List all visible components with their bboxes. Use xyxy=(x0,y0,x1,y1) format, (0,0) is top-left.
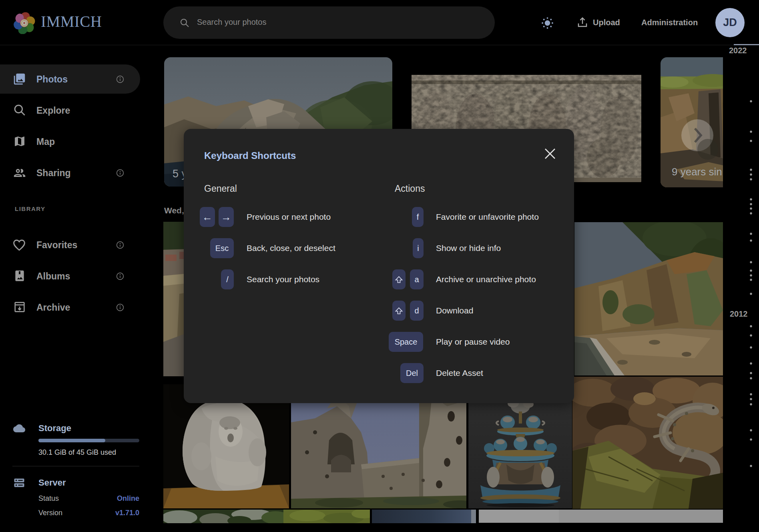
svg-text:9 years sin: 9 years sin xyxy=(672,166,722,178)
